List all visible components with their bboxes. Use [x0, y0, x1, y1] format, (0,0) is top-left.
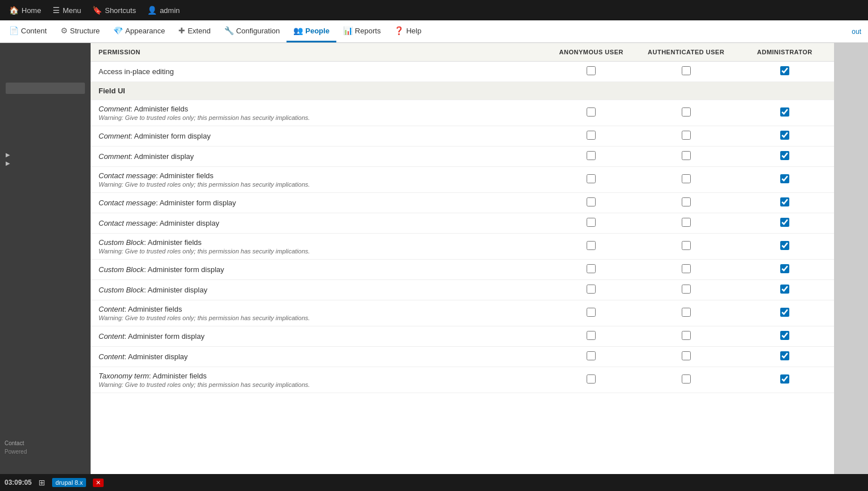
- administrator-checkbox[interactable]: [780, 285, 789, 294]
- administrator-checkbox[interactable]: [780, 308, 789, 317]
- anonymous-checkbox[interactable]: [587, 218, 596, 227]
- administrator-checkbox[interactable]: [780, 331, 789, 340]
- nav-people[interactable]: 👥 People: [287, 20, 336, 42]
- authenticated-checkbox[interactable]: [682, 374, 691, 384]
- authenticated-checkbox-cell: [637, 100, 736, 126]
- time-display: 03:09:05: [5, 479, 32, 486]
- authenticated-checkbox[interactable]: [682, 308, 691, 317]
- shortcuts-nav-item[interactable]: 🔖 Shortcuts: [88, 3, 140, 17]
- nav-appearance[interactable]: 💎 Appearance: [106, 20, 172, 42]
- admin-nav-item[interactable]: 👤 admin: [143, 3, 184, 17]
- authenticated-checkbox[interactable]: [682, 264, 691, 273]
- home-icon: 🏠: [9, 6, 19, 15]
- anonymous-checkbox[interactable]: [587, 331, 596, 340]
- out-label[interactable]: out: [847, 25, 866, 38]
- authenticated-checkbox[interactable]: [682, 241, 691, 250]
- table-header-row: PERMISSION ANONYMOUS USER AUTHENTICATED …: [91, 43, 834, 62]
- authenticated-checkbox[interactable]: [682, 174, 691, 183]
- permission-cell: Access in-place editing: [91, 62, 546, 82]
- nav-structure[interactable]: ⚙ Structure: [54, 20, 107, 42]
- administrator-header: ADMINISTRATOR: [736, 43, 834, 62]
- permission-name: Contact message: Administer display: [99, 219, 538, 227]
- anonymous-checkbox[interactable]: [587, 66, 596, 75]
- administrator-checkbox[interactable]: [780, 241, 789, 250]
- home-nav-item[interactable]: 🏠 Home: [5, 3, 46, 17]
- table-row: Contact message: Administer form display: [91, 193, 834, 213]
- anonymous-checkbox-cell: [546, 367, 637, 393]
- authenticated-checkbox[interactable]: [682, 285, 691, 294]
- administrator-checkbox[interactable]: [780, 151, 789, 160]
- permission-cell: Custom Block: Administer display: [91, 280, 546, 300]
- close-button[interactable]: ✕: [93, 479, 104, 487]
- administrator-checkbox-cell: [736, 147, 834, 167]
- permission-cell: Comment: Administer fieldsWarning: Give …: [91, 100, 546, 126]
- administrator-checkbox[interactable]: [780, 197, 789, 206]
- table-row: Contact message: Administer fieldsWarnin…: [91, 167, 834, 193]
- table-row: Taxonomy term: Administer fieldsWarning:…: [91, 367, 834, 393]
- secondary-nav: 📄 Content ⚙ Structure 💎 Appearance ✚ Ext…: [0, 20, 868, 43]
- nav-content[interactable]: 📄 Content: [2, 20, 54, 42]
- anonymous-checkbox[interactable]: [587, 374, 596, 384]
- authenticated-checkbox[interactable]: [682, 66, 691, 75]
- content-icon: 📄: [9, 26, 19, 35]
- permission-name: Access in-place editing: [99, 67, 538, 76]
- section-header-cell: Field UI: [91, 82, 834, 100]
- administrator-checkbox-cell: [736, 300, 834, 326]
- anonymous-checkbox[interactable]: [587, 241, 596, 250]
- administrator-checkbox[interactable]: [780, 218, 789, 227]
- administrator-checkbox-cell: [736, 213, 834, 234]
- page-layout: ▶ ▶ Contact Powered PERMISSION ANONYMOUS…: [0, 43, 868, 491]
- administrator-checkbox-cell: [736, 367, 834, 393]
- authenticated-checkbox-cell: [637, 280, 736, 300]
- anonymous-checkbox[interactable]: [587, 285, 596, 294]
- main-content: PERMISSION ANONYMOUS USER AUTHENTICATED …: [91, 43, 834, 491]
- administrator-checkbox[interactable]: [780, 107, 789, 117]
- administrator-checkbox[interactable]: [780, 264, 789, 273]
- table-row: Custom Block: Administer fieldsWarning: …: [91, 234, 834, 260]
- nav-reports[interactable]: 📊 Reports: [336, 20, 388, 42]
- permission-cell: Content: Administer fieldsWarning: Give …: [91, 300, 546, 326]
- nav-configuration[interactable]: 🔧 Configuration: [217, 20, 287, 42]
- anonymous-checkbox[interactable]: [587, 308, 596, 317]
- anonymous-checkbox[interactable]: [587, 197, 596, 206]
- anonymous-checkbox[interactable]: [587, 264, 596, 273]
- administrator-checkbox[interactable]: [780, 66, 789, 75]
- anonymous-checkbox-cell: [546, 260, 637, 280]
- menu-nav-item[interactable]: ☰ Menu: [48, 3, 86, 17]
- authenticated-checkbox[interactable]: [682, 218, 691, 227]
- authenticated-checkbox[interactable]: [682, 151, 691, 160]
- anonymous-checkbox[interactable]: [587, 131, 596, 140]
- reports-icon: 📊: [343, 26, 353, 35]
- authenticated-checkbox[interactable]: [682, 351, 691, 360]
- permission-cell: Custom Block: Administer form display: [91, 260, 546, 280]
- anonymous-checkbox[interactable]: [587, 107, 596, 117]
- configuration-icon: 🔧: [224, 26, 234, 35]
- anonymous-checkbox-cell: [546, 147, 637, 167]
- authenticated-checkbox-cell: [637, 213, 736, 234]
- authenticated-checkbox[interactable]: [682, 331, 691, 340]
- administrator-checkbox[interactable]: [780, 351, 789, 360]
- menu-icon: ☰: [53, 6, 60, 15]
- administrator-checkbox-cell: [736, 234, 834, 260]
- authenticated-checkbox[interactable]: [682, 197, 691, 206]
- permission-cell: Contact message: Administer display: [91, 213, 546, 234]
- anonymous-checkbox-cell: [546, 280, 637, 300]
- authenticated-checkbox[interactable]: [682, 107, 691, 117]
- administrator-checkbox[interactable]: [780, 174, 789, 183]
- anonymous-checkbox[interactable]: [587, 174, 596, 183]
- permission-cell: Content: Administer display: [91, 347, 546, 367]
- administrator-checkbox[interactable]: [780, 374, 789, 384]
- nav-extend[interactable]: ✚ Extend: [172, 20, 217, 42]
- appearance-label: Appearance: [125, 27, 165, 35]
- permission-cell: Comment: Administer form display: [91, 126, 546, 147]
- authenticated-checkbox-cell: [637, 234, 736, 260]
- permission-cell: Taxonomy term: Administer fieldsWarning:…: [91, 367, 546, 393]
- authenticated-checkbox[interactable]: [682, 131, 691, 140]
- anonymous-checkbox-cell: [546, 126, 637, 147]
- administrator-checkbox[interactable]: [780, 131, 789, 140]
- permission-name: Comment: Administer display: [99, 152, 538, 161]
- permission-warning: Warning: Give to trusted roles only; thi…: [99, 381, 538, 388]
- anonymous-checkbox[interactable]: [587, 351, 596, 360]
- anonymous-checkbox[interactable]: [587, 151, 596, 160]
- nav-help[interactable]: ❓ Help: [387, 20, 428, 42]
